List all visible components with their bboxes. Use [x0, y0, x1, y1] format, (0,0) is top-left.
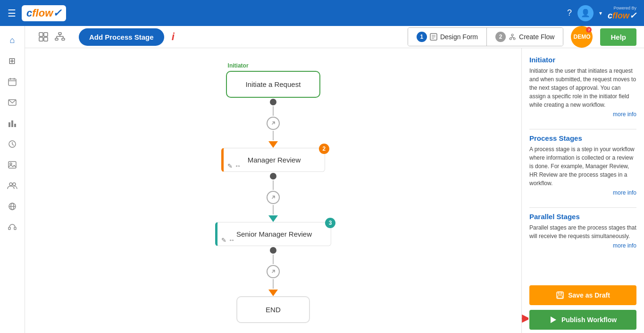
connector-3: [267, 246, 280, 296]
divider-1: [529, 129, 636, 129]
stage2-box[interactable]: Senior Manager Review 3 ✎ ↔: [215, 222, 331, 246]
sidebar-item-image[interactable]: [3, 155, 22, 174]
conn-line-4: [273, 205, 274, 214]
save-icon: [556, 291, 564, 299]
save-draft-label: Save as Draft: [568, 291, 610, 299]
stage1-move-icon[interactable]: ↔: [234, 162, 241, 170]
section2-more-info[interactable]: more info: [529, 189, 636, 196]
svg-rect-9: [8, 162, 16, 168]
conn-dot-3: [270, 247, 276, 254]
stage1-node: Manager Review 2 ✎ ↔: [221, 148, 325, 172]
demo-badge[interactable]: DEMO 7: [571, 26, 593, 48]
sidebar-item-globe[interactable]: [3, 197, 22, 216]
tab-design-form[interactable]: 1 Design Form: [408, 28, 487, 46]
flow-diagram: Initiator Initiate a Request: [25, 48, 521, 333]
arrow-down-2: [268, 215, 278, 222]
add-process-stage-button[interactable]: Add Process Stage: [79, 28, 164, 46]
initiator-box[interactable]: Initiate a Request: [226, 71, 321, 98]
sidebar-item-mail[interactable]: [3, 93, 22, 112]
publish-arrow-icon: [521, 313, 528, 327]
conn-line-5: [273, 255, 274, 264]
section1-more-info[interactable]: more info: [529, 111, 636, 118]
svg-rect-21: [44, 37, 48, 41]
user-avatar[interactable]: 👤: [577, 5, 594, 21]
logo-text: cflow✓: [26, 7, 61, 19]
arrow-down-1: [268, 141, 278, 148]
left-sidebar: ⌂ ⊞: [0, 26, 25, 333]
stage1-badge: 2: [319, 144, 329, 154]
sidebar-item-calendar[interactable]: [3, 72, 22, 91]
save-draft-button[interactable]: Save as Draft: [529, 285, 636, 305]
stage2-name: Senior Manager Review: [236, 230, 312, 238]
sidebar-item-grid[interactable]: ⊞: [3, 51, 22, 70]
sidebar-item-headset[interactable]: [3, 218, 22, 237]
top-navbar: ☰ cflow✓ ? 👤 ▾ Powered By cflow✓: [0, 0, 644, 26]
conn-dot-1: [270, 99, 276, 105]
section3-title: Parallel Stages: [529, 213, 636, 221]
svg-marker-44: [551, 316, 556, 323]
help-circle-icon[interactable]: ?: [567, 8, 572, 18]
svg-rect-0: [8, 79, 16, 85]
svg-point-34: [510, 38, 511, 40]
section1-text: Initiator is the user that initiates a r…: [529, 67, 636, 109]
svg-rect-5: [8, 122, 10, 127]
tab2-label: Create Flow: [519, 33, 554, 41]
svg-point-12: [13, 183, 16, 186]
svg-rect-22: [59, 33, 61, 34]
svg-point-11: [9, 183, 12, 186]
conn-link-icon-1[interactable]: [267, 117, 280, 130]
section3-more-info[interactable]: more info: [529, 242, 636, 249]
end-node: END: [236, 296, 310, 323]
sidebar-item-group[interactable]: [3, 176, 22, 195]
section3-text: Parallel stages are the process stages t…: [529, 223, 636, 240]
tab2-number: 2: [495, 32, 506, 42]
conn-dot-2: [270, 173, 276, 179]
publish-workflow-button[interactable]: Publish Workflow: [529, 310, 636, 330]
arrow-down-3: [268, 290, 278, 296]
svg-point-33: [511, 34, 513, 36]
conn-line-3: [273, 180, 274, 190]
logo[interactable]: cflow✓: [22, 5, 66, 21]
section2-title: Process Stages: [529, 134, 636, 142]
section2-text: A process stage is a step in your workfl…: [529, 145, 636, 188]
conn-link-icon-3[interactable]: [267, 265, 280, 278]
nav-right: ? 👤 ▾ Powered By cflow✓: [567, 5, 636, 21]
svg-rect-17: [14, 227, 16, 230]
avatar-caret-icon[interactable]: ▾: [599, 10, 602, 17]
svg-rect-20: [39, 37, 43, 41]
stage2-node: Senior Manager Review 3 ✎ ↔: [215, 222, 331, 246]
stage2-move-icon[interactable]: ↔: [228, 236, 235, 244]
svg-rect-16: [8, 227, 10, 230]
svg-rect-6: [11, 120, 13, 127]
hierarchy-icon[interactable]: [54, 32, 66, 42]
conn-link-icon-2[interactable]: [267, 191, 280, 204]
canvas[interactable]: Initiator Initiate a Request: [25, 48, 521, 333]
svg-rect-7: [14, 124, 16, 127]
stage1-box[interactable]: Manager Review 2 ✎ ↔: [221, 148, 325, 172]
tab1-label: Design Form: [440, 33, 478, 41]
conn-line-1: [273, 106, 274, 116]
sidebar-item-chart[interactable]: [3, 114, 22, 133]
demo-notification-dot: 7: [586, 27, 592, 33]
layout-icon[interactable]: [38, 32, 49, 42]
tab-create-flow[interactable]: 2 Create Flow: [487, 28, 563, 46]
toolbar: Add Process Stage i 1 Design Form 2 Crea…: [25, 26, 644, 48]
hamburger-menu[interactable]: ☰: [8, 8, 16, 19]
stage1-edit-icon[interactable]: ✎: [227, 162, 233, 170]
svg-rect-18: [39, 33, 43, 36]
help-button[interactable]: Help: [600, 28, 636, 46]
initiator-node: Initiator Initiate a Request: [226, 62, 321, 98]
initiator-label: Initiator: [228, 62, 249, 69]
info-icon[interactable]: i: [172, 31, 175, 43]
sidebar-item-home[interactable]: ⌂: [3, 31, 22, 50]
tab1-number: 1: [417, 32, 427, 42]
svg-rect-40: [558, 292, 562, 294]
powered-logo-text: cflow✓: [608, 10, 636, 21]
stage2-edit-icon[interactable]: ✎: [221, 237, 226, 244]
right-panel: Initiator Initiator is the user that ini…: [521, 48, 644, 333]
section1-title: Initiator: [529, 56, 636, 64]
sidebar-item-history[interactable]: [3, 135, 22, 154]
svg-rect-23: [55, 38, 58, 40]
tab-group: 1 Design Form 2 Create Flow: [408, 27, 564, 46]
stage1-actions: ✎ ↔: [227, 162, 241, 170]
